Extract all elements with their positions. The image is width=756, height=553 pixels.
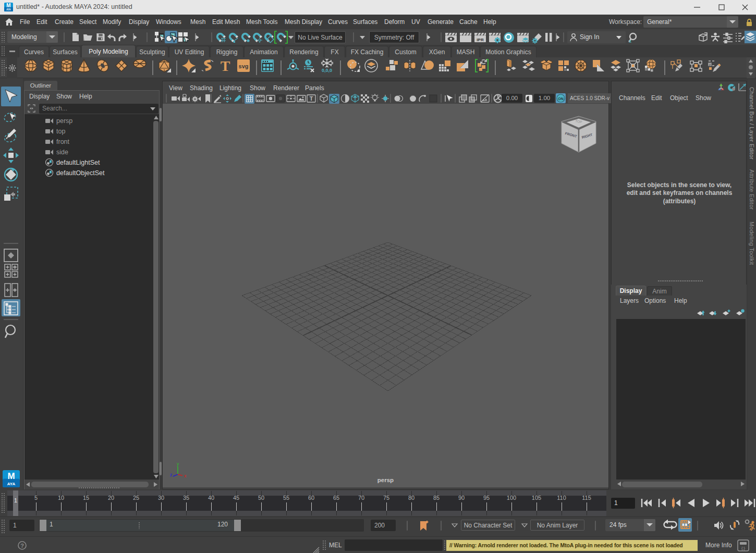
svg-text:0,0,0: 0,0,0: [322, 68, 332, 73]
svg-text:T: T: [221, 58, 230, 74]
svg-text:M: M: [6, 3, 10, 8]
svg-text:y: y: [177, 461, 179, 466]
svg-text:IPR: IPR: [477, 38, 484, 42]
svg-text:?: ?: [20, 543, 24, 549]
svg-text:AYA: AYA: [6, 8, 11, 11]
svg-text:T: T: [310, 95, 313, 102]
svg-text:svg: svg: [239, 63, 249, 69]
svg-text:ON: ON: [558, 97, 564, 101]
svg-text:{;}: {;}: [741, 546, 746, 550]
svg-text:AYA: AYA: [7, 482, 16, 486]
svg-text:M: M: [7, 471, 15, 481]
svg-text:x: x: [629, 39, 631, 44]
